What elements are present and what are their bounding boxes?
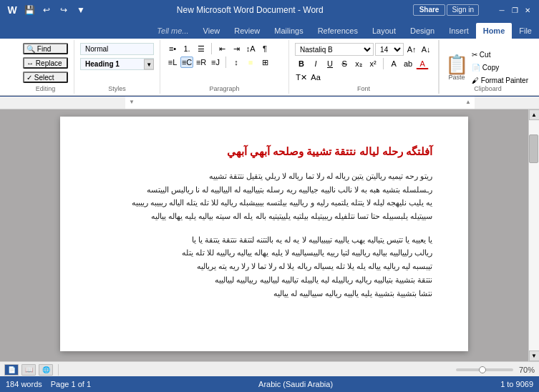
scroll-up-button[interactable]: ▲ [529, 109, 540, 120]
multilevel-button[interactable]: ☰ [195, 43, 208, 54]
customize-quick-btn[interactable]: ▼ [74, 4, 87, 16]
cut-button[interactable]: ✂ Cut [470, 49, 530, 61]
style-normal[interactable]: Normal [80, 43, 154, 55]
zoom-level: 70% [519, 366, 535, 374]
paste-button[interactable]: 📋 Paste [445, 55, 468, 81]
list-row: ≡• 1. ☰ ⇤ ⇥ ↕A ¶ [166, 43, 283, 54]
close-button[interactable]: ✕ [522, 4, 533, 16]
vertical-scrollbar[interactable]: ▲ ▼ [528, 109, 539, 361]
tab-mailings[interactable]: Mailings [267, 23, 310, 39]
restore-button[interactable]: ❐ [509, 4, 520, 16]
font-name-select[interactable]: Nastaliq B [295, 43, 374, 56]
shading-button[interactable]: ■ [244, 57, 257, 68]
font-group: Nastaliq B 14 A↑ A↓ B I U S x₂ x² A [289, 40, 439, 94]
document-wrapper: آفلتگه رحله لياله نتتقة تشيية وصلحه آبهي… [0, 109, 539, 361]
show-marks-button[interactable]: ¶ [258, 43, 271, 54]
paragraph-controls: ≡• 1. ☰ ⇤ ⇥ ↕A ¶ ≡L ≡C ≡R ≡J ↕ ■ [166, 43, 283, 69]
styles-content: Normal Heading 1 ▼ [80, 43, 154, 86]
superscript-button[interactable]: x² [366, 58, 379, 69]
shrink-font-button[interactable]: A↓ [419, 44, 432, 55]
title-bar-left: W 💾 ↩ ↪ ▼ [6, 4, 87, 16]
style-heading1[interactable]: Heading 1 [80, 58, 154, 70]
subscript-button[interactable]: x₂ [352, 58, 365, 69]
find-button[interactable]: 🔍 Find [23, 43, 68, 54]
align-right-button[interactable]: ≡R [195, 57, 208, 68]
undo-quick-btn[interactable]: ↩ [40, 4, 53, 16]
document-title: آفلتگه رحله لياله نتتقة تشيية وصلحه آبهي… [96, 145, 432, 158]
signin-button[interactable]: Sign in [447, 4, 479, 16]
select-button[interactable]: ✓ Select [23, 72, 68, 83]
increase-indent-button[interactable]: ⇥ [230, 43, 243, 54]
decrease-indent-button[interactable]: ⇤ [215, 43, 228, 54]
share-button[interactable]: Share [413, 4, 446, 16]
numbering-button[interactable]: 1. [180, 43, 193, 54]
title-bar: W 💾 ↩ ↪ ▼ New Microsoft Word Document - … [0, 0, 539, 20]
word-icon: W [6, 4, 19, 16]
document-paragraph-1[interactable]: ريتو رحه تيميه رياليتن يتين رياله له رلا… [96, 170, 432, 223]
tab-home[interactable]: Home [476, 23, 513, 39]
styles-more-button[interactable]: ▼ [144, 59, 154, 70]
status-left: Page 1 of 1 184 words [6, 380, 91, 388]
print-view-button[interactable]: 📄 [4, 364, 19, 376]
scroll-down-button[interactable]: ▼ [529, 351, 540, 361]
tab-review[interactable]: Review [227, 23, 267, 39]
web-view-button[interactable]: 🌐 [39, 364, 53, 376]
text-effect-button[interactable]: A [387, 58, 400, 69]
tab-insert[interactable]: Insert [442, 23, 476, 39]
tab-tellme[interactable]: Tell me... [150, 23, 195, 39]
redo-quick-btn[interactable]: ↪ [57, 4, 70, 16]
editing-group: 🔍 Find ↔ Replace ✓ Select Editing [17, 40, 74, 94]
underline-button[interactable]: U [324, 58, 336, 69]
align-center-button[interactable]: ≡C [180, 57, 193, 68]
borders-button[interactable]: ⊞ [258, 57, 271, 68]
scroll-thumb[interactable] [529, 134, 538, 163]
bold-button[interactable]: B [295, 58, 308, 69]
window-controls: Share Sign in ─ ❐ ✕ [413, 4, 533, 16]
tab-view[interactable]: View [196, 23, 228, 39]
document-paragraph-2[interactable]: يا يعييه يا تتيس يتياليه يهب يالييه تييب… [96, 233, 432, 300]
paragraph-group: ≡• 1. ☰ ⇤ ⇥ ↕A ¶ ≡L ≡C ≡R ≡J ↕ ■ [160, 40, 289, 94]
paste-label: Paste [449, 74, 465, 81]
ruler: ▼ ▲ [0, 97, 539, 109]
font-size-select[interactable]: 14 [375, 43, 404, 56]
clear-format-button[interactable]: T✕ [295, 72, 308, 83]
page-indicator: Page 1 of 1 [51, 380, 91, 388]
styles-label: Styles [74, 85, 160, 92]
copy-button[interactable]: 📄 Copy [470, 62, 530, 74]
clipboard-label: Clipboard [440, 85, 536, 92]
zoom-handle[interactable] [479, 366, 486, 373]
zoom-slider[interactable] [456, 368, 513, 371]
sort-button[interactable]: ↕A [244, 43, 257, 54]
font-color-button[interactable]: A [416, 58, 429, 69]
replace-button[interactable]: ↔ Replace [23, 57, 68, 69]
line-spacing-button[interactable]: ↕ [230, 57, 243, 68]
ribbon-tabs: File Home Insert Design Layout Reference… [0, 20, 539, 39]
font-name-row: Nastaliq B 14 A↑ A↓ [295, 43, 432, 56]
scroll-track[interactable] [529, 120, 539, 351]
save-quick-btn[interactable]: 💾 [23, 4, 36, 16]
italic-button[interactable]: I [309, 58, 322, 69]
font-format-row: B I U S x₂ x² A ab A [295, 58, 432, 69]
align-left-button[interactable]: ≡L [166, 57, 179, 68]
grow-font-button[interactable]: A↑ [405, 44, 418, 55]
justify-button[interactable]: ≡J [209, 57, 222, 68]
tab-design[interactable]: Design [403, 23, 442, 39]
status-bar: Page 1 of 1 184 words Arabic (Saudi Arab… [0, 376, 539, 392]
change-case-button[interactable]: Aa [309, 72, 322, 83]
read-view-button[interactable]: 📖 [21, 364, 36, 376]
font-label: Font [289, 85, 438, 92]
strikethrough-button[interactable]: S [338, 58, 351, 69]
tab-file[interactable]: File [512, 23, 539, 39]
tab-layout[interactable]: Layout [365, 23, 403, 39]
bullets-button[interactable]: ≡• [166, 43, 179, 54]
minimize-button[interactable]: ─ [496, 4, 508, 16]
clipboard-group: 📋 Paste ✂ Cut 📄 Copy 🖌 Format Painter Cl… [439, 40, 536, 94]
status-right: 1 to 9069 [500, 380, 533, 388]
paragraph-label: Paragraph [160, 85, 288, 92]
text-highlight-button[interactable]: ab [402, 58, 414, 69]
document-page[interactable]: آفلتگه رحله لياله نتتقة تشيية وصلحه آبهي… [60, 117, 468, 351]
font-controls: Nastaliq B 14 A↑ A↓ B I U S x₂ x² A [295, 43, 432, 84]
tab-references[interactable]: References [311, 23, 365, 39]
page-range: 1 to 9069 [500, 380, 533, 388]
font-clear-row: T✕ Aa [295, 72, 432, 83]
